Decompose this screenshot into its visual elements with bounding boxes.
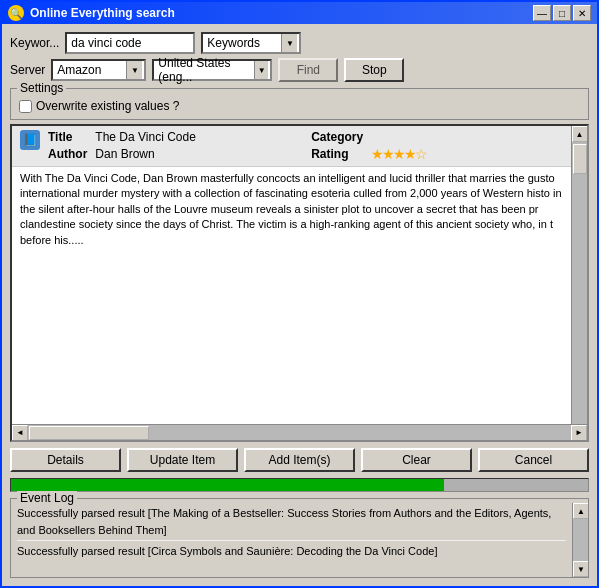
result-description: With The Da Vinci Code, Dan Brown master… bbox=[20, 172, 562, 246]
progress-bar-fill bbox=[11, 479, 444, 491]
maximize-button[interactable]: □ bbox=[553, 5, 571, 21]
server-label: Server bbox=[10, 63, 45, 77]
scroll-track[interactable] bbox=[572, 142, 587, 424]
keyword-type-arrow[interactable]: ▼ bbox=[281, 34, 297, 52]
rating-key: Rating bbox=[311, 147, 363, 161]
add-items-button[interactable]: Add Item(s) bbox=[244, 448, 355, 472]
overwrite-label: Overwrite existing values ? bbox=[36, 99, 179, 113]
keyword-label: Keywor... bbox=[10, 36, 59, 50]
main-window: 🔍 Online Everything search — □ ✕ Keywor.… bbox=[0, 0, 599, 588]
h-scroll-track[interactable] bbox=[28, 425, 571, 440]
result-body: With The Da Vinci Code, Dan Brown master… bbox=[12, 167, 587, 424]
title-key: Title bbox=[48, 130, 87, 144]
overwrite-row: Overwrite existing values ? bbox=[19, 99, 580, 113]
close-button[interactable]: ✕ bbox=[573, 5, 591, 21]
server-arrow[interactable]: ▼ bbox=[126, 61, 142, 79]
window-controls: — □ ✕ bbox=[533, 5, 591, 21]
result-icon: 📘 bbox=[20, 130, 40, 150]
update-item-button[interactable]: Update Item bbox=[127, 448, 238, 472]
settings-group: Settings Overwrite existing values ? bbox=[10, 88, 589, 120]
log-scroll-down[interactable]: ▼ bbox=[573, 561, 588, 577]
log-scroll-up[interactable]: ▲ bbox=[573, 503, 588, 519]
server-value: Amazon bbox=[57, 63, 101, 77]
server-dropdown[interactable]: Amazon ▼ bbox=[51, 59, 146, 81]
scroll-up-btn[interactable]: ▲ bbox=[572, 126, 588, 142]
settings-label: Settings bbox=[17, 81, 66, 95]
event-log-scrollbar[interactable]: ▲ ▼ bbox=[572, 503, 588, 577]
event-log-group: Event Log Successfully parsed result [Th… bbox=[10, 498, 589, 578]
log-scroll-track[interactable] bbox=[573, 519, 588, 561]
find-button[interactable]: Find bbox=[278, 58, 338, 82]
result-vscrollbar[interactable]: ▲ ▼ bbox=[571, 126, 587, 440]
result-meta: Title The Da Vinci Code Category Author … bbox=[48, 130, 579, 162]
event-log-text: Successfully parsed result [The Making o… bbox=[11, 503, 572, 577]
region-arrow[interactable]: ▼ bbox=[254, 61, 268, 79]
author-val: Dan Brown bbox=[95, 147, 303, 161]
keyword-input[interactable] bbox=[65, 32, 195, 54]
minimize-button[interactable]: — bbox=[533, 5, 551, 21]
clear-button[interactable]: Clear bbox=[361, 448, 472, 472]
title-bar: 🔍 Online Everything search — □ ✕ bbox=[2, 2, 597, 24]
keyword-type-dropdown[interactable]: Keywords ▼ bbox=[201, 32, 301, 54]
result-area: 📘 Title The Da Vinci Code Category Autho… bbox=[10, 124, 589, 442]
title-val: The Da Vinci Code bbox=[95, 130, 303, 144]
keyword-row: Keywor... Keywords ▼ bbox=[10, 32, 589, 54]
event-log-line-1: Successfully parsed result [The Making o… bbox=[17, 505, 566, 541]
event-log-content: Successfully parsed result [The Making o… bbox=[11, 503, 588, 577]
app-icon: 🔍 bbox=[8, 5, 24, 21]
scroll-left-btn[interactable]: ◄ bbox=[12, 425, 28, 441]
content-area: Keywor... Keywords ▼ Server Amazon ▼ Uni… bbox=[2, 24, 597, 586]
action-buttons-row: Details Update Item Add Item(s) Clear Ca… bbox=[10, 448, 589, 472]
region-value: United States (eng... bbox=[158, 56, 254, 84]
result-hscrollbar[interactable]: ◄ ► bbox=[12, 424, 587, 440]
window-title: Online Everything search bbox=[30, 6, 175, 20]
scroll-thumb[interactable] bbox=[573, 144, 587, 174]
cancel-button[interactable]: Cancel bbox=[478, 448, 589, 472]
keyword-type-value: Keywords bbox=[207, 36, 260, 50]
details-button[interactable]: Details bbox=[10, 448, 121, 472]
server-row: Server Amazon ▼ United States (eng... ▼ … bbox=[10, 58, 589, 82]
progress-bar-container bbox=[10, 478, 589, 492]
overwrite-checkbox[interactable] bbox=[19, 100, 32, 113]
region-dropdown[interactable]: United States (eng... ▼ bbox=[152, 59, 272, 81]
title-bar-left: 🔍 Online Everything search bbox=[8, 5, 175, 21]
stop-button[interactable]: Stop bbox=[344, 58, 404, 82]
category-key: Category bbox=[311, 130, 363, 144]
scroll-right-btn[interactable]: ► bbox=[571, 425, 587, 441]
h-scroll-thumb[interactable] bbox=[29, 426, 149, 440]
event-log-line-2: Successfully parsed result [Circa Symbol… bbox=[17, 541, 566, 560]
event-log-label: Event Log bbox=[17, 491, 77, 505]
rating-stars: ★★★★☆ bbox=[371, 146, 579, 162]
result-header: 📘 Title The Da Vinci Code Category Autho… bbox=[12, 126, 587, 167]
author-key: Author bbox=[48, 147, 87, 161]
